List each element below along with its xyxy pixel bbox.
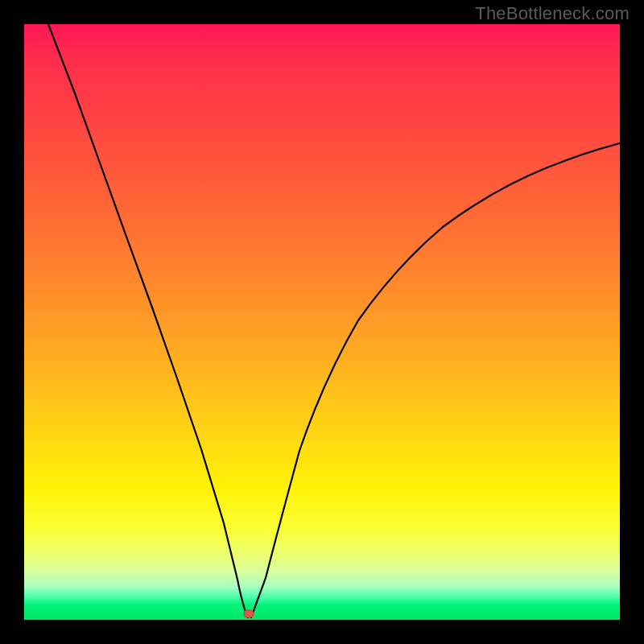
plot-area bbox=[24, 24, 620, 620]
vertex-marker bbox=[244, 610, 254, 617]
chart-frame: TheBottleneck.com bbox=[0, 0, 644, 644]
curve-left-branch bbox=[48, 24, 248, 617]
curve-right-branch bbox=[251, 143, 620, 617]
bottleneck-curve bbox=[24, 24, 620, 620]
watermark-text: TheBottleneck.com bbox=[475, 3, 630, 24]
